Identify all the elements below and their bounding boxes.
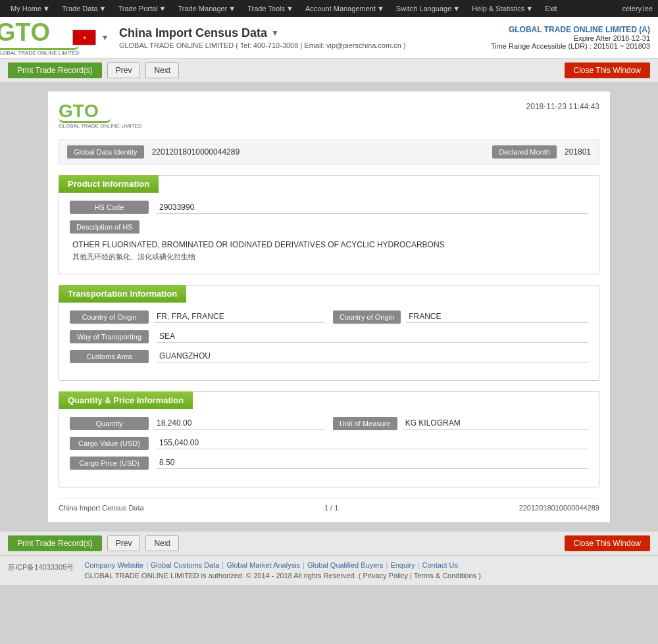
card-footer: China Import Census Data 1 / 1 220120180… [59, 498, 599, 512]
country-origin-pair1: Country of Origin FR, FRA, FRANCE [70, 310, 325, 324]
cargo-value-row: Cargo Value (USD) 155,040.00 [70, 437, 588, 450]
user-display: celery.lee [622, 5, 653, 12]
page-header: G T O GLOBAL TRADE ONLINE LIMITED ★ ▼ Ch… [0, 17, 658, 59]
global-market-analysis-link[interactable]: Global Market Analysis [226, 561, 300, 569]
global-customs-data-link[interactable]: Global Customs Data [151, 561, 220, 569]
record-card: G T O GLOBAL TRADE ONLINE LIMITED 2018-1… [47, 91, 611, 523]
cargo-value-value: 155,040.00 [157, 437, 588, 449]
declared-month-value: 201801 [565, 147, 591, 157]
quantity-pair: Quantity 18,240.00 [70, 417, 325, 430]
quantity-label: Quantity [70, 417, 149, 430]
customs-area-label: Customs Area [70, 350, 149, 363]
description-hs-label: Description of HS [70, 220, 139, 234]
quantity-section: Quantity & Price Information Quantity 18… [59, 391, 599, 487]
ldr-range: Time Range Accessible (LDR) : 201501 ~ 2… [491, 42, 650, 50]
nav-trade-data[interactable]: Trade Data ▼ [57, 2, 112, 15]
title-dropdown-arrow[interactable]: ▼ [271, 28, 279, 37]
quantity-value: 18,240.00 [154, 417, 325, 430]
way-of-transporting-value: SEA [157, 330, 588, 343]
expire-date: Expire After 2018-12-31 [491, 34, 650, 42]
description-block: Description of HS OTHER FLUORINATED, BRO… [70, 220, 588, 263]
main-content: G T O GLOBAL TRADE ONLINE LIMITED 2018-1… [0, 83, 658, 531]
nav-switch-language[interactable]: Switch Language ▼ [391, 2, 465, 15]
next-button-bottom[interactable]: Next [145, 535, 179, 551]
country-of-origin2-label: Country of Origin [333, 310, 401, 324]
nav-trade-tools[interactable]: Trade Tools ▼ [242, 2, 299, 15]
way-of-transporting-label: Way of Transporting [70, 330, 149, 343]
company-logo: G T O GLOBAL TRADE ONLINE LIMITED [8, 21, 67, 54]
nav-items: My Home ▼ Trade Data ▼ Trade Portal ▼ Tr… [5, 2, 622, 15]
enquiry-link[interactable]: Enquiry [390, 561, 415, 569]
country-origin-pair2: Country of Origin FRANCE [333, 310, 588, 324]
description-en: OTHER FLUORINATED, BROMINATED OR IODINAT… [70, 239, 588, 251]
way-transporting-row: Way of Transporting SEA [70, 330, 588, 343]
bottom-toolbar: Print Trade Record(s) Prev Next Close Th… [0, 531, 658, 555]
quantity-section-header: Quantity & Price Information [59, 391, 193, 409]
prev-button-bottom[interactable]: Prev [107, 535, 141, 551]
close-button-bottom[interactable]: Close This Window [565, 535, 650, 551]
company-name: GLOBAL TRADE ONLINE LIMITED (A) [491, 25, 650, 34]
cargo-value-label: Cargo Value (USD) [70, 437, 149, 450]
declared-month-label: Declared Month [492, 145, 557, 159]
print-button[interactable]: Print Trade Record(s) [8, 62, 102, 78]
customs-area-row: Customs Area GUANGZHOU [70, 350, 588, 363]
gto-logo-card: G T O GLOBAL TRADE ONLINE LIMITED [59, 102, 142, 129]
transport-section: Transportation Information Country of Or… [59, 285, 599, 381]
country-of-origin-label: Country of Origin [70, 310, 149, 324]
global-data-identity-label: Global Data Identity [67, 145, 144, 159]
nav-help-statistics[interactable]: Help & Statistics ▼ [467, 2, 538, 15]
footer-links: Company Website | Global Customs Data | … [84, 561, 481, 580]
product-section: Product Information HS Code 29033990 Des… [59, 175, 599, 274]
country-of-origin-value: FR, FRA, FRANCE [154, 310, 325, 323]
nav-trade-portal[interactable]: Trade Portal ▼ [113, 2, 171, 15]
page-title: China Import Census Data ▼ [119, 26, 406, 40]
header-subtitle: GLOBAL TRADE ONLINE LIMITED ( Tel: 400-7… [119, 41, 406, 49]
identity-row: Global Data Identity 2201201801000004428… [59, 139, 599, 164]
logo-area: G T O GLOBAL TRADE ONLINE LIMITED ★ ▼ [8, 21, 109, 54]
hs-code-label: HS Code [70, 201, 149, 214]
quantity-section-body: Quantity 18,240.00 Unit of Measure KG KI… [59, 409, 599, 487]
company-website-link[interactable]: Company Website [84, 561, 143, 569]
contact-us-link[interactable]: Contact Us [422, 561, 458, 569]
top-navigation: My Home ▼ Trade Data ▼ Trade Portal ▼ Tr… [0, 0, 658, 17]
header-right: GLOBAL TRADE ONLINE LIMITED (A) Expire A… [491, 25, 650, 50]
unit-of-measure-value: KG KILOGRAM [403, 417, 588, 430]
nav-account-management[interactable]: Account Management ▼ [300, 2, 390, 15]
product-section-header: Product Information [59, 175, 159, 193]
close-button[interactable]: Close This Window [565, 62, 650, 78]
footer-source: China Import Census Data [59, 504, 144, 512]
footer-copyright: GLOBAL TRADE ONLINE LIMITED is authorize… [84, 572, 481, 580]
record-datetime: 2018-11-23 11:44:43 [526, 102, 599, 111]
quantity-row: Quantity 18,240.00 Unit of Measure KG KI… [70, 417, 588, 430]
global-data-identity-value: 22012018010000044289 [152, 147, 485, 157]
flag-dropdown[interactable]: ▼ [101, 34, 109, 41]
product-section-body: HS Code 29033990 Description of HS OTHER… [59, 193, 599, 274]
cargo-price-label: Cargo Price (USD) [70, 457, 149, 470]
next-button[interactable]: Next [145, 62, 179, 78]
icp-number: 苏ICP备14033305号 [8, 562, 74, 572]
country-origin-row: Country of Origin FR, FRA, FRANCE Countr… [70, 310, 588, 324]
header-title-area: China Import Census Data ▼ GLOBAL TRADE … [119, 26, 406, 49]
footer-page: 1 / 1 [324, 504, 338, 512]
nav-trade-manager[interactable]: Trade Manager ▼ [172, 2, 241, 15]
nav-my-home[interactable]: My Home ▼ [5, 2, 55, 15]
top-toolbar: Print Trade Record(s) Prev Next Close Th… [0, 59, 658, 83]
global-qualified-buyers-link[interactable]: Global Qualified Buyers [307, 561, 384, 569]
card-header: G T O GLOBAL TRADE ONLINE LIMITED 2018-1… [59, 102, 599, 129]
gto-logo: G T O GLOBAL TRADE ONLINE LIMITED [0, 20, 79, 56]
nav-exit[interactable]: Exit [540, 2, 562, 15]
print-button-bottom[interactable]: Print Trade Record(s) [8, 535, 102, 551]
country-of-origin2-value: FRANCE [406, 310, 588, 323]
prev-button[interactable]: Prev [107, 62, 141, 78]
transport-section-body: Country of Origin FR, FRA, FRANCE Countr… [59, 303, 599, 380]
unit-measure-pair: Unit of Measure KG KILOGRAM [333, 417, 588, 430]
unit-of-measure-label: Unit of Measure [333, 417, 397, 430]
footer-record-id: 22012018010000044289 [519, 504, 599, 512]
cargo-price-value: 8.50 [157, 457, 588, 469]
transport-section-header: Transportation Information [59, 285, 186, 303]
description-cn: 其他无环烃的氟化、溴化或碘化衍生物 [70, 251, 588, 263]
cargo-price-row: Cargo Price (USD) 8.50 [70, 457, 588, 470]
customs-area-value: GUANGZHOU [157, 350, 588, 362]
china-flag[interactable]: ★ [72, 30, 96, 45]
hs-code-row: HS Code 29033990 [70, 201, 588, 214]
